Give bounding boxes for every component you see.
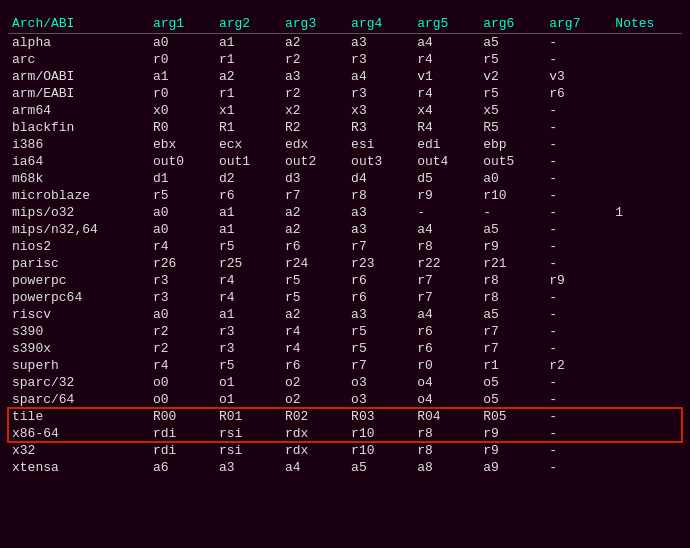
cell-r23-c5: r8	[413, 425, 479, 442]
cell-r6-c5: edi	[413, 136, 479, 153]
cell-r6-c6: ebp	[479, 136, 545, 153]
cell-r25-c3: a4	[281, 459, 347, 476]
cell-r2-c6: v2	[479, 68, 545, 85]
cell-r12-c2: r5	[215, 238, 281, 255]
cell-r1-c5: r4	[413, 51, 479, 68]
cell-r7-c2: out1	[215, 153, 281, 170]
cell-r22-c5: R04	[413, 408, 479, 425]
cell-r19-c4: r7	[347, 357, 413, 374]
table-row: pariscr26r25r24r23r22r21-	[8, 255, 682, 272]
cell-r2-c8	[611, 68, 682, 85]
cell-r18-c3: r4	[281, 340, 347, 357]
cell-r17-c2: r3	[215, 323, 281, 340]
cell-r19-c7: r2	[545, 357, 611, 374]
table-row: s390r2r3r4r5r6r7-	[8, 323, 682, 340]
table-row: m68kd1d2d3d4d5a0-	[8, 170, 682, 187]
cell-r17-c6: r7	[479, 323, 545, 340]
cell-r22-c0: tile	[8, 408, 149, 425]
cell-r4-c0: arm64	[8, 102, 149, 119]
cell-r6-c4: esi	[347, 136, 413, 153]
cell-r5-c0: blackfin	[8, 119, 149, 136]
cell-r18-c5: r6	[413, 340, 479, 357]
cell-r0-c7: -	[545, 34, 611, 52]
cell-r18-c4: r5	[347, 340, 413, 357]
cell-r5-c1: R0	[149, 119, 215, 136]
table-row: tileR00R01R02R03R04R05-	[8, 408, 682, 425]
cell-r21-c3: o2	[281, 391, 347, 408]
cell-r7-c8	[611, 153, 682, 170]
cell-r24-c1: rdi	[149, 442, 215, 459]
cell-r6-c2: ecx	[215, 136, 281, 153]
cell-r14-c4: r6	[347, 272, 413, 289]
cell-r17-c1: r2	[149, 323, 215, 340]
col-header-arg2: arg2	[215, 14, 281, 34]
cell-r16-c6: a5	[479, 306, 545, 323]
table-row: arm/EABIr0r1r2r3r4r5r6	[8, 85, 682, 102]
cell-r22-c6: R05	[479, 408, 545, 425]
cell-r14-c2: r4	[215, 272, 281, 289]
cell-r1-c1: r0	[149, 51, 215, 68]
cell-r19-c1: r4	[149, 357, 215, 374]
cell-r18-c1: r2	[149, 340, 215, 357]
cell-r8-c2: d2	[215, 170, 281, 187]
cell-r11-c5: a4	[413, 221, 479, 238]
cell-r2-c2: a2	[215, 68, 281, 85]
cell-r2-c4: a4	[347, 68, 413, 85]
cell-r18-c0: s390x	[8, 340, 149, 357]
cell-r12-c3: r6	[281, 238, 347, 255]
cell-r13-c5: r22	[413, 255, 479, 272]
cell-r1-c8	[611, 51, 682, 68]
cell-r17-c8	[611, 323, 682, 340]
cell-r0-c4: a3	[347, 34, 413, 52]
cell-r9-c0: microblaze	[8, 187, 149, 204]
cell-r14-c3: r5	[281, 272, 347, 289]
cell-r5-c8	[611, 119, 682, 136]
col-header-arg6: arg6	[479, 14, 545, 34]
cell-r11-c8	[611, 221, 682, 238]
cell-r3-c3: r2	[281, 85, 347, 102]
table-row: i386ebxecxedxesiediebp-	[8, 136, 682, 153]
cell-r10-c7: -	[545, 204, 611, 221]
cell-r21-c1: o0	[149, 391, 215, 408]
cell-r8-c4: d4	[347, 170, 413, 187]
cell-r22-c7: -	[545, 408, 611, 425]
cell-r15-c3: r5	[281, 289, 347, 306]
cell-r25-c4: a5	[347, 459, 413, 476]
cell-r25-c6: a9	[479, 459, 545, 476]
cell-r1-c7: -	[545, 51, 611, 68]
cell-r15-c2: r4	[215, 289, 281, 306]
cell-r10-c8: 1	[611, 204, 682, 221]
cell-r23-c6: r9	[479, 425, 545, 442]
cell-r9-c3: r7	[281, 187, 347, 204]
cell-r16-c7: -	[545, 306, 611, 323]
cell-r2-c5: v1	[413, 68, 479, 85]
cell-r11-c3: a2	[281, 221, 347, 238]
cell-r7-c1: out0	[149, 153, 215, 170]
cell-r24-c7: -	[545, 442, 611, 459]
cell-r8-c6: a0	[479, 170, 545, 187]
cell-r12-c4: r7	[347, 238, 413, 255]
cell-r9-c4: r8	[347, 187, 413, 204]
cell-r10-c5: -	[413, 204, 479, 221]
cell-r9-c8	[611, 187, 682, 204]
cell-r23-c4: r10	[347, 425, 413, 442]
cell-r24-c0: x32	[8, 442, 149, 459]
cell-r23-c2: rsi	[215, 425, 281, 442]
cell-r20-c0: sparc/32	[8, 374, 149, 391]
cell-r24-c4: r10	[347, 442, 413, 459]
table-row: mips/n32,64a0a1a2a3a4a5-	[8, 221, 682, 238]
cell-r6-c1: ebx	[149, 136, 215, 153]
cell-r0-c8	[611, 34, 682, 52]
cell-r22-c1: R00	[149, 408, 215, 425]
cell-r4-c5: x4	[413, 102, 479, 119]
table-header: Arch/ABIarg1arg2arg3arg4arg5arg6arg7Note…	[8, 14, 682, 34]
cell-r14-c1: r3	[149, 272, 215, 289]
cell-r10-c1: a0	[149, 204, 215, 221]
cell-r13-c6: r21	[479, 255, 545, 272]
cell-r8-c5: d5	[413, 170, 479, 187]
table-row: powerpc64r3r4r5r6r7r8-	[8, 289, 682, 306]
table-row: x32rdirsirdxr10r8r9-	[8, 442, 682, 459]
cell-r15-c8	[611, 289, 682, 306]
cell-r14-c5: r7	[413, 272, 479, 289]
cell-r21-c5: o4	[413, 391, 479, 408]
